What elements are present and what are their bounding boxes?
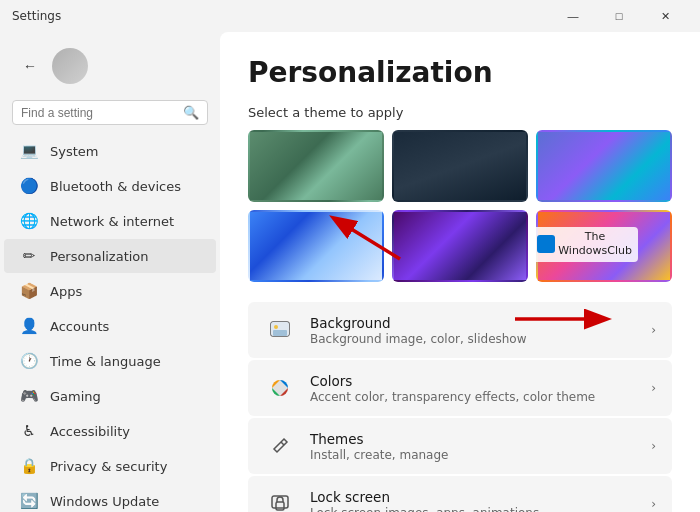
theme-thumb-1[interactable] xyxy=(248,130,384,202)
nav-label-time: Time & language xyxy=(50,354,161,369)
settings-chevron-themes: › xyxy=(651,439,656,453)
sidebar-item-personalization[interactable]: ✏️ Personalization xyxy=(4,239,216,273)
sidebar-header: ← xyxy=(0,40,220,96)
sidebar-item-gaming[interactable]: 🎮 Gaming xyxy=(4,379,216,413)
nav-label-update: Windows Update xyxy=(50,494,159,509)
nav-icon-network: 🌐 xyxy=(20,212,38,230)
title-bar: Settings — □ ✕ xyxy=(0,0,700,32)
nav-list: 💻 System 🔵 Bluetooth & devices 🌐 Network… xyxy=(0,133,220,512)
nav-icon-apps: 📦 xyxy=(20,282,38,300)
nav-icon-privacy: 🔒 xyxy=(20,457,38,475)
nav-icon-gaming: 🎮 xyxy=(20,387,38,405)
search-box[interactable]: 🔍 xyxy=(12,100,208,125)
sidebar-item-update[interactable]: 🔄 Windows Update xyxy=(4,484,216,512)
sidebar: ← 🔍 💻 System 🔵 Bluetooth & devices 🌐 Net… xyxy=(0,32,220,512)
nav-icon-personalization: ✏️ xyxy=(20,247,38,265)
nav-label-system: System xyxy=(50,144,98,159)
close-button[interactable]: ✕ xyxy=(642,0,688,32)
avatar xyxy=(52,48,88,84)
nav-label-apps: Apps xyxy=(50,284,82,299)
sidebar-item-accessibility[interactable]: ♿ Accessibility xyxy=(4,414,216,448)
settings-item-lockscreen[interactable]: Lock screen Lock screen images, apps, an… xyxy=(248,476,672,512)
nav-label-bluetooth: Bluetooth & devices xyxy=(50,179,181,194)
theme-thumb-3[interactable] xyxy=(536,130,672,202)
settings-item-colors[interactable]: Colors Accent color, transparency effect… xyxy=(248,360,672,416)
settings-title-lockscreen: Lock screen xyxy=(310,489,637,505)
title-bar-left: Settings xyxy=(12,9,61,23)
back-button[interactable]: ← xyxy=(16,52,44,80)
nav-label-gaming: Gaming xyxy=(50,389,101,404)
settings-icon-themes xyxy=(264,430,296,462)
settings-chevron-background: › xyxy=(651,323,656,337)
settings-title-themes: Themes xyxy=(310,431,637,447)
settings-subtitle-background: Background image, color, slideshow xyxy=(310,332,637,346)
settings-title-background: Background xyxy=(310,315,637,331)
sidebar-item-accounts[interactable]: 👤 Accounts xyxy=(4,309,216,343)
search-icon: 🔍 xyxy=(183,105,199,120)
theme-thumb-5[interactable] xyxy=(392,210,528,282)
sidebar-item-bluetooth[interactable]: 🔵 Bluetooth & devices xyxy=(4,169,216,203)
theme-section-label: Select a theme to apply xyxy=(248,105,672,120)
settings-icon-lockscreen xyxy=(264,488,296,512)
nav-label-privacy: Privacy & security xyxy=(50,459,167,474)
settings-text-lockscreen: Lock screen Lock screen images, apps, an… xyxy=(310,489,637,513)
nav-label-accounts: Accounts xyxy=(50,319,109,334)
title-bar-controls: — □ ✕ xyxy=(550,0,688,32)
settings-list: Background Background image, color, slid… xyxy=(248,302,672,512)
svg-line-5 xyxy=(281,442,284,445)
svg-rect-2 xyxy=(273,330,287,336)
settings-text-colors: Colors Accent color, transparency effect… xyxy=(310,373,637,404)
sidebar-item-time[interactable]: 🕐 Time & language xyxy=(4,344,216,378)
main-content: Personalization Select a theme to apply … xyxy=(220,32,700,512)
maximize-button[interactable]: □ xyxy=(596,0,642,32)
nav-icon-accessibility: ♿ xyxy=(20,422,38,440)
theme-grid xyxy=(248,130,672,282)
nav-label-personalization: Personalization xyxy=(50,249,149,264)
nav-icon-accounts: 👤 xyxy=(20,317,38,335)
sidebar-item-system[interactable]: 💻 System xyxy=(4,134,216,168)
settings-item-background[interactable]: Background Background image, color, slid… xyxy=(248,302,672,358)
settings-icon-background xyxy=(264,314,296,346)
settings-subtitle-lockscreen: Lock screen images, apps, animations xyxy=(310,506,637,513)
nav-icon-bluetooth: 🔵 xyxy=(20,177,38,195)
settings-chevron-colors: › xyxy=(651,381,656,395)
sidebar-item-network[interactable]: 🌐 Network & internet xyxy=(4,204,216,238)
settings-chevron-lockscreen: › xyxy=(651,497,656,511)
nav-icon-time: 🕐 xyxy=(20,352,38,370)
sidebar-item-apps[interactable]: 📦 Apps xyxy=(4,274,216,308)
app-title: Settings xyxy=(12,9,61,23)
settings-text-themes: Themes Install, create, manage xyxy=(310,431,637,462)
settings-subtitle-colors: Accent color, transparency effects, colo… xyxy=(310,390,637,404)
back-icon: ← xyxy=(23,58,37,74)
minimize-button[interactable]: — xyxy=(550,0,596,32)
app-container: ← 🔍 💻 System 🔵 Bluetooth & devices 🌐 Net… xyxy=(0,32,700,512)
settings-title-colors: Colors xyxy=(310,373,637,389)
svg-point-3 xyxy=(274,325,278,329)
sidebar-item-privacy[interactable]: 🔒 Privacy & security xyxy=(4,449,216,483)
nav-label-network: Network & internet xyxy=(50,214,174,229)
nav-icon-update: 🔄 xyxy=(20,492,38,510)
settings-item-themes[interactable]: Themes Install, create, manage › xyxy=(248,418,672,474)
nav-icon-system: 💻 xyxy=(20,142,38,160)
settings-text-background: Background Background image, color, slid… xyxy=(310,315,637,346)
content-wrapper: Personalization Select a theme to apply … xyxy=(220,32,700,512)
search-input[interactable] xyxy=(21,106,177,120)
settings-subtitle-themes: Install, create, manage xyxy=(310,448,637,462)
theme-thumb-6[interactable] xyxy=(536,210,672,282)
theme-thumb-2[interactable] xyxy=(392,130,528,202)
settings-icon-colors xyxy=(264,372,296,404)
nav-label-accessibility: Accessibility xyxy=(50,424,130,439)
page-title: Personalization xyxy=(248,56,672,89)
theme-thumb-4[interactable] xyxy=(248,210,384,282)
